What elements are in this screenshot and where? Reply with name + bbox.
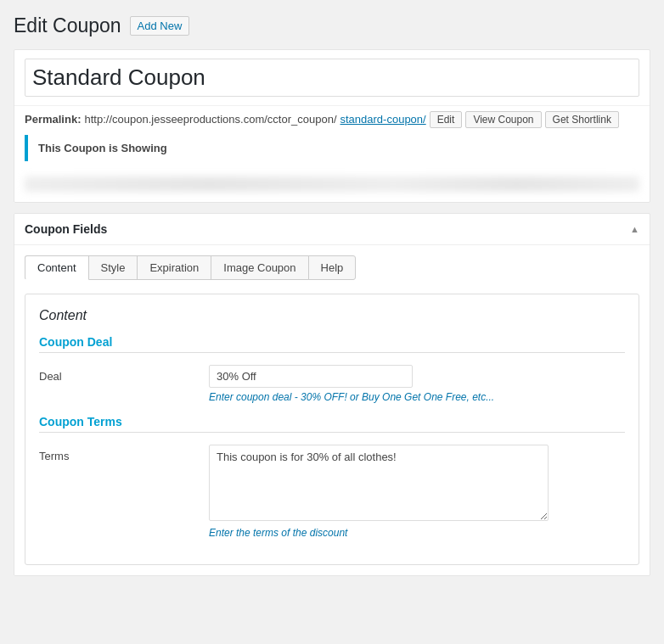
permalink-label: Permalink:	[25, 113, 81, 126]
add-new-button[interactable]: Add New	[130, 16, 190, 36]
permalink-row: Permalink: http://coupon.jesseeproductio…	[14, 105, 650, 135]
terms-field-wrapper: Enter the terms of the discount	[209, 445, 625, 539]
view-coupon-button[interactable]: View Coupon	[465, 111, 541, 128]
coupon-terms-divider	[39, 432, 625, 433]
page-header: Edit Coupon Add New	[14, 14, 650, 39]
deal-label: Deal	[39, 365, 209, 383]
get-shortlink-button[interactable]: Get Shortlink	[545, 111, 619, 128]
terms-label: Terms	[39, 445, 209, 462]
coupon-terms-section-heading: Coupon Terms	[39, 415, 625, 428]
tab-style[interactable]: Style	[88, 255, 138, 280]
terms-textarea[interactable]	[209, 445, 549, 521]
metabox-title: Coupon Fields	[25, 222, 107, 236]
permalink-base-url: http://coupon.jesseeproductions.com/ccto…	[84, 113, 336, 126]
tab-content-area: Content Coupon Deal Deal Enter coupon de…	[25, 294, 639, 565]
coupon-notice: This Coupon is Showing	[25, 135, 639, 161]
tabs-nav: Content Style Expiration Image Coupon He…	[25, 255, 639, 280]
metabox-toggle-icon[interactable]: ▲	[630, 224, 639, 234]
page-title: Edit Coupon	[14, 14, 121, 39]
tab-expiration[interactable]: Expiration	[137, 255, 211, 280]
tab-content[interactable]: Content	[25, 255, 89, 280]
deal-form-row: Deal Enter coupon deal - 30% OFF! or Buy…	[39, 365, 625, 403]
tab-content-heading: Content	[39, 308, 625, 323]
coupon-deal-divider	[39, 352, 625, 353]
post-title-area	[14, 50, 650, 105]
metabox-body: Content Style Expiration Image Coupon He…	[14, 245, 650, 575]
coupon-deal-section-heading: Coupon Deal	[39, 335, 625, 349]
terms-form-row: Terms Enter the terms of the discount	[39, 445, 625, 539]
permalink-slug[interactable]: standard-coupon/	[340, 113, 426, 126]
post-title-input[interactable]	[25, 59, 639, 97]
tab-help[interactable]: Help	[308, 255, 357, 280]
deal-field-wrapper: Enter coupon deal - 30% OFF! or Buy One …	[209, 365, 625, 403]
post-title-card: Permalink: http://coupon.jesseeproductio…	[14, 49, 650, 203]
permalink-edit-button[interactable]: Edit	[430, 111, 463, 128]
coupon-fields-metabox: Coupon Fields ▲ Content Style Expiration…	[14, 213, 650, 576]
deal-input[interactable]	[209, 365, 413, 388]
notice-text: This Coupon is Showing	[38, 142, 167, 154]
deal-hint: Enter coupon deal - 30% OFF! or Buy One …	[209, 391, 625, 403]
tab-image-coupon[interactable]: Image Coupon	[211, 255, 308, 280]
blurred-content	[25, 176, 639, 192]
blurred-content-row	[14, 170, 650, 202]
terms-hint: Enter the terms of the discount	[209, 527, 625, 539]
metabox-header[interactable]: Coupon Fields ▲	[14, 214, 650, 245]
